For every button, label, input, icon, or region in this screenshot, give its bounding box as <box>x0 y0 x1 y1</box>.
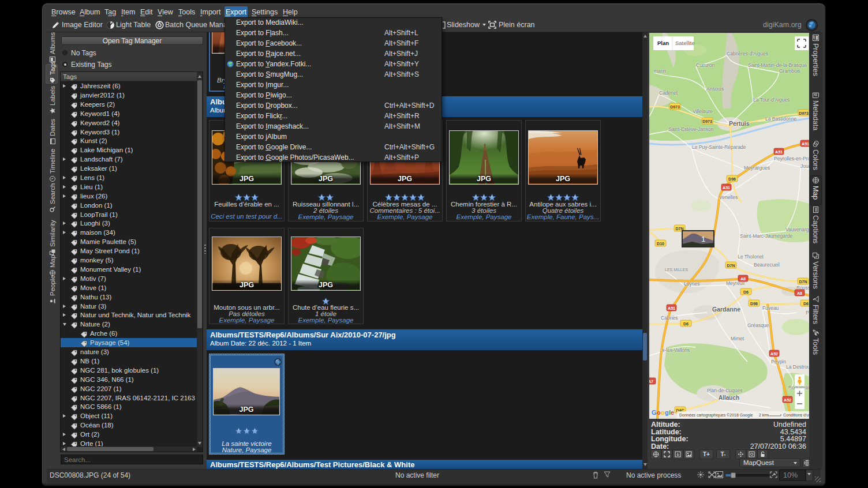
svg-text:o: o <box>657 409 661 416</box>
svg-text:1: 1 <box>701 235 705 243</box>
svg-text:La Destrousse: La Destrousse <box>786 364 809 370</box>
svg-text:Peypin: Peypin <box>771 359 786 365</box>
svg-text:Peyrolles-en-Provence: Peyrolles-en-Provence <box>774 156 809 162</box>
svg-text:Grambois: Grambois <box>779 68 800 74</box>
svg-text:Saint-Martin-de-la-Brasque: Saint-Martin-de-la-Brasque <box>748 62 807 68</box>
svg-text:Le Puy-Sainte-Réparade: Le Puy-Sainte-Réparade <box>692 144 746 150</box>
svg-text:D96: D96 <box>750 302 758 306</box>
svg-text:Gréasque: Gréasque <box>747 322 769 328</box>
svg-text:Conditions d'utilisation: Conditions d'utilisation <box>783 413 809 417</box>
svg-text:A52: A52 <box>784 398 791 402</box>
svg-text:A51: A51 <box>802 142 809 146</box>
svg-text:LES MILLES: LES MILLES <box>665 268 688 272</box>
svg-text:Venelles: Venelles <box>719 194 738 200</box>
svg-text:Ansouis: Ansouis <box>706 86 724 92</box>
svg-text:Le Tholonet: Le Tholonet <box>738 254 764 260</box>
svg-text:D6: D6 <box>683 322 689 326</box>
svg-text:A51: A51 <box>668 306 675 310</box>
svg-text:Villelaure: Villelaure <box>693 108 713 114</box>
svg-text:D7N: D7N <box>799 280 807 284</box>
svg-text:A8: A8 <box>740 277 746 281</box>
svg-text:Meyrargues: Meyrargues <box>744 165 770 171</box>
svg-text:Saint-Marc-Jaumegarde: Saint-Marc-Jaumegarde <box>740 233 792 239</box>
svg-text:Plan-de-Cuques: Plan-de-Cuques <box>707 388 742 393</box>
svg-text:La Tour-d'Aigues: La Tour-d'Aigues <box>753 97 790 103</box>
svg-text:Cucuron: Cucuron <box>696 62 714 68</box>
svg-text:Cabriès: Cabriès <box>661 315 678 321</box>
svg-text:A51: A51 <box>775 150 783 154</box>
svg-text:Allauch: Allauch <box>719 395 739 401</box>
svg-text:Satellite: Satellite <box>675 40 695 46</box>
svg-text:Pertuis: Pertuis <box>729 120 750 127</box>
svg-text:Jouqu: Jouqu <box>800 163 809 169</box>
svg-text:Beaurecueil: Beaurecueil <box>754 262 780 268</box>
svg-text:D973: D973 <box>799 111 809 115</box>
svg-text:A8: A8 <box>797 291 802 295</box>
svg-text:Fuveau: Fuveau <box>762 305 779 311</box>
svg-text:D6: D6 <box>743 290 749 294</box>
svg-text:La Bastidonne: La Bastidonne <box>765 116 797 122</box>
svg-text:Cadenet: Cadenet <box>659 90 678 96</box>
svg-text:D6: D6 <box>803 302 809 306</box>
svg-text:Mimet: Mimet <box>731 336 744 341</box>
svg-text:s-les-Vallons: s-les-Vallons <box>662 347 690 353</box>
svg-text:Plan: Plan <box>657 40 669 46</box>
svg-text:Cabrières-d'Aigues: Cabrières-d'Aigues <box>727 51 768 57</box>
svg-text:Luynes: Luynes <box>684 281 699 287</box>
svg-text:2 km: 2 km <box>759 413 768 417</box>
svg-text:Gardanne: Gardanne <box>712 306 740 313</box>
svg-text:e: e <box>671 409 674 416</box>
svg-text:D96: D96 <box>728 177 736 181</box>
svg-text:g: g <box>665 409 669 416</box>
svg-text:D973: D973 <box>670 105 680 109</box>
svg-text:Vauvenargues: Vauvenargues <box>785 227 809 232</box>
svg-text:A7: A7 <box>649 380 653 384</box>
svg-text:Saint-Estève-Janson: Saint-Estève-Janson <box>668 126 714 132</box>
svg-text:D7N: D7N <box>727 264 735 268</box>
svg-text:Données cartographiques ©2018: Données cartographiques ©2018 Google <box>679 413 753 418</box>
svg-text:o: o <box>661 409 665 416</box>
svg-text:A51: A51 <box>723 186 730 190</box>
svg-text:D10: D10 <box>657 242 664 246</box>
svg-text:G: G <box>652 409 657 416</box>
svg-text:D7N: D7N <box>675 227 683 231</box>
svg-text:D973: D973 <box>702 119 712 123</box>
svg-text:marin: marin <box>654 68 667 74</box>
svg-text:A52: A52 <box>770 352 778 356</box>
